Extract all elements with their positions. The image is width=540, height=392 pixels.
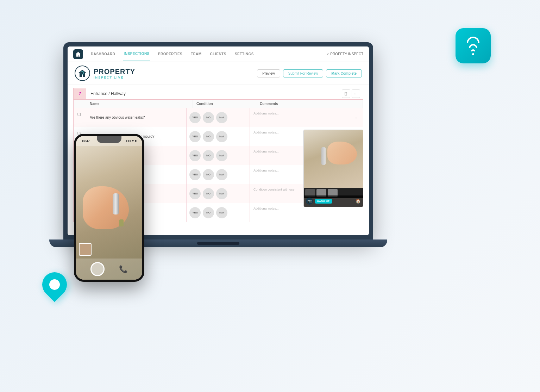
home-icon: 🏠 xyxy=(356,199,361,204)
delete-section-button[interactable]: 🗑 xyxy=(342,89,350,98)
location-pin xyxy=(42,272,70,304)
brand-inspect: INSPECT xyxy=(94,76,112,79)
camera-icon: 📷 xyxy=(306,198,313,205)
phone-key xyxy=(119,219,124,226)
col-name-header: Name xyxy=(86,100,193,108)
video-hand xyxy=(327,142,357,164)
col-condition-header: Condition xyxy=(193,100,256,108)
nav-items: DASHBOARD INSPECTIONS PROPERTIES TEAM CL… xyxy=(90,47,326,61)
section-title-input[interactable] xyxy=(86,88,339,99)
na-button-74[interactable]: N/A xyxy=(216,169,227,180)
yes-button-73[interactable]: YES xyxy=(189,150,201,161)
yes-button-71[interactable]: YES xyxy=(189,112,201,123)
table-header: Name Condition Comments xyxy=(73,100,363,108)
action-bar: PROPERTY INSPECT LIVE Preview Submit For… xyxy=(68,62,369,85)
pin-inner xyxy=(49,279,60,290)
action-buttons: Preview Submit For Review Mark Complete xyxy=(257,69,362,77)
phone-door-image xyxy=(76,136,142,280)
brand-house-icon xyxy=(77,68,88,79)
phone-call-icon[interactable]: 📞 xyxy=(119,265,128,273)
row-number-71: 7.1 xyxy=(74,108,86,127)
na-button-72[interactable]: N/A xyxy=(216,131,227,142)
nav-properties[interactable]: PROPERTIES xyxy=(157,47,183,61)
hang-up-button[interactable]: HANG UP xyxy=(315,199,332,204)
phone-screen: 10:47 ●●● ▾ ■ 📞 xyxy=(76,136,142,280)
preview-button[interactable]: Preview xyxy=(257,69,280,77)
row-comments-71: Additional notes... xyxy=(250,108,350,127)
col-comments-header: Comments xyxy=(256,100,363,108)
phone-door-handle xyxy=(113,193,119,214)
submit-review-button[interactable]: Submit For Review xyxy=(283,69,323,77)
row-condition-72: YES NO N/A xyxy=(187,127,250,146)
phone-bottom-bar: 📞 xyxy=(76,259,142,280)
row-condition-71: YES NO N/A xyxy=(187,108,250,127)
nav-inspections[interactable]: INSPECTIONS xyxy=(123,47,150,61)
row-condition-73: YES NO N/A xyxy=(187,146,250,165)
table-row: 7.1 Are there any obvious water leaks? Y… xyxy=(73,108,363,127)
section-header: 7 🗑 ··· xyxy=(73,88,363,100)
phone-status-bar: 10:47 ●●● ▾ ■ xyxy=(76,136,142,146)
more-options-button[interactable]: ··· xyxy=(352,89,360,98)
no-button-74[interactable]: NO xyxy=(203,169,214,180)
nav-clients[interactable]: CLIENTS xyxy=(209,47,227,61)
brand-text: PROPERTY INSPECT LIVE xyxy=(94,68,135,79)
brand-subtitle: INSPECT LIVE xyxy=(94,76,135,79)
wifi-badge xyxy=(456,28,491,63)
no-button-72[interactable]: NO xyxy=(203,131,214,142)
wifi-icon xyxy=(467,37,479,55)
video-door-handle xyxy=(321,147,326,165)
mark-complete-button[interactable]: Mark Complete xyxy=(326,69,362,77)
brand-live: LIVE xyxy=(114,76,124,79)
nav-user: ∨ PROPETY INSPECT xyxy=(326,52,363,56)
row-name-71: Are there any obvious water leaks? xyxy=(86,108,187,127)
scene: DASHBOARD INSPECTIONS PROPERTIES TEAM CL… xyxy=(0,0,540,392)
section-number: 7 xyxy=(74,88,86,99)
row-condition-75: YES NO N/A xyxy=(187,184,250,203)
row-condition-76: YES NO N/A xyxy=(187,203,250,222)
phone-signal-icons: ●●● ▾ ■ xyxy=(125,139,137,143)
row-more-71[interactable]: ··· xyxy=(350,108,363,127)
phone-thumbnail xyxy=(79,243,92,256)
no-button-76[interactable]: NO xyxy=(203,207,214,218)
na-button-76[interactable]: N/A xyxy=(216,207,227,218)
nav-settings[interactable]: SETTINGS xyxy=(234,47,255,61)
row-condition-74: YES NO N/A xyxy=(187,165,250,184)
phone-time: 10:47 xyxy=(82,139,90,143)
brand-title: PROPERTY xyxy=(94,68,135,76)
no-button-73[interactable]: NO xyxy=(203,150,214,161)
pin-shape xyxy=(37,267,72,302)
navigation: DASHBOARD INSPECTIONS PROPERTIES TEAM CL… xyxy=(68,46,369,62)
video-controls: 📷 HANG UP 🏠 xyxy=(304,195,363,207)
phone-capture-button[interactable] xyxy=(90,262,105,276)
na-button-71[interactable]: N/A xyxy=(216,112,227,123)
nav-user-label: PROPETY INSPECT xyxy=(330,52,363,56)
na-button-73[interactable]: N/A xyxy=(216,150,227,161)
yes-button-72[interactable]: YES xyxy=(189,131,201,142)
brand: PROPERTY INSPECT LIVE xyxy=(75,66,257,81)
brand-icon xyxy=(75,66,90,81)
video-panel: 📷 HANG UP 🏠 xyxy=(303,130,363,207)
no-button-75[interactable]: NO xyxy=(203,188,214,199)
video-feed xyxy=(304,130,363,188)
col-empty xyxy=(74,100,86,108)
yes-button-74[interactable]: YES xyxy=(189,169,201,180)
nav-logo xyxy=(73,49,83,59)
nav-dashboard[interactable]: DASHBOARD xyxy=(90,47,116,61)
yes-button-75[interactable]: YES xyxy=(189,188,201,199)
phone: 10:47 ●●● ▾ ■ 📞 xyxy=(74,134,144,282)
nav-team[interactable]: TEAM xyxy=(190,47,202,61)
no-button-71[interactable]: NO xyxy=(203,112,214,123)
section-actions: 🗑 ··· xyxy=(339,88,363,99)
yes-button-76[interactable]: YES xyxy=(189,207,201,218)
na-button-75[interactable]: N/A xyxy=(216,188,227,199)
house-icon xyxy=(75,51,81,57)
